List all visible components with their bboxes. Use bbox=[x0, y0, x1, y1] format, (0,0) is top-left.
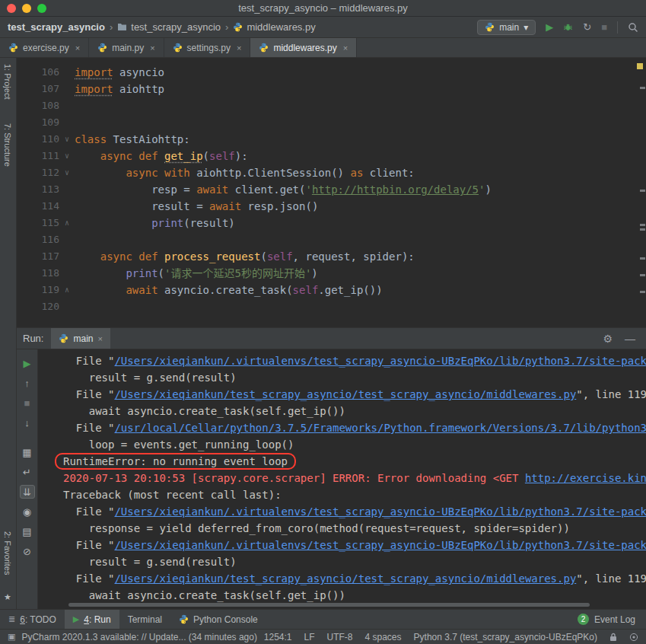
run-tab-main[interactable]: main × bbox=[51, 328, 110, 349]
indent-setting[interactable]: 4 spaces bbox=[365, 632, 402, 642]
horizontal-scrollbar[interactable] bbox=[68, 603, 590, 607]
close-icon[interactable]: × bbox=[237, 43, 241, 53]
code-line[interactable]: 115∧ print(result) bbox=[17, 215, 646, 231]
line-number[interactable]: 118 bbox=[17, 265, 59, 282]
file-status-indicator[interactable] bbox=[637, 63, 643, 69]
code-line[interactable]: 119∧ await asyncio.create_task(self.get_… bbox=[17, 282, 646, 298]
window-menu-icon[interactable]: ▣ bbox=[8, 632, 15, 642]
code-line[interactable]: 109 bbox=[17, 114, 646, 131]
editor-tab-middlewares.py[interactable]: middlewares.py× bbox=[250, 38, 357, 57]
code-line[interactable]: 112∨ async with aiohttp.ClientSession() … bbox=[17, 164, 646, 181]
up-icon[interactable]: ↑ bbox=[20, 376, 35, 390]
close-icon[interactable]: × bbox=[150, 43, 154, 53]
code-line[interactable]: 107import aiohttp bbox=[17, 81, 646, 97]
console-output[interactable]: File "/Users/xieqiankun/.virtualenvs/tes… bbox=[38, 349, 646, 609]
line-number[interactable]: 114 bbox=[17, 198, 59, 215]
zoom-window-button[interactable] bbox=[37, 4, 46, 13]
todo-list-icon: ≣ bbox=[8, 614, 15, 624]
sidebar-item-project[interactable]: 1: Project bbox=[3, 64, 12, 99]
line-number[interactable]: 111 bbox=[17, 148, 59, 164]
toolwindow-terminal[interactable]: Terminal bbox=[119, 610, 170, 629]
line-number[interactable]: 120 bbox=[17, 298, 59, 315]
line-number[interactable]: 106 bbox=[17, 64, 59, 81]
line-number[interactable]: 116 bbox=[17, 231, 59, 248]
code-editor[interactable]: 106import asyncio107import aiohttp108109… bbox=[17, 58, 646, 327]
sidebar-item-favorites[interactable]: 2: Favorites bbox=[3, 531, 12, 575]
stop-icon[interactable]: ■ bbox=[20, 396, 35, 410]
interpreter-selector[interactable]: Python 3.7 (test_scrapy_asyncio-UBzEqPKo… bbox=[414, 632, 597, 642]
line-number[interactable]: 107 bbox=[17, 81, 59, 97]
run-configuration-select[interactable]: main ▾ bbox=[477, 20, 536, 35]
status-message[interactable]: PyCharm 2020.1.3 available: // Update...… bbox=[21, 632, 257, 642]
line-number[interactable]: 119 bbox=[17, 282, 59, 298]
fold-marker-icon[interactable]: ∨ bbox=[59, 148, 75, 164]
coverage-button[interactable]: ↻ bbox=[583, 21, 591, 33]
breadcrumb-item[interactable]: middlewares.py bbox=[233, 21, 315, 33]
toolwindow-todo[interactable]: ≣ 6: TODO bbox=[0, 610, 65, 629]
code-line[interactable]: 113 resp = await client.get('http://http… bbox=[17, 181, 646, 198]
fold-marker-icon[interactable]: ∧ bbox=[59, 215, 75, 231]
line-number[interactable]: 112 bbox=[17, 164, 59, 181]
code-line[interactable]: 114 result = await resp.json() bbox=[17, 198, 646, 215]
line-number[interactable]: 109 bbox=[17, 114, 59, 131]
file-link[interactable]: http://exercise.kingn bbox=[525, 472, 646, 484]
stop-button[interactable]: ■ bbox=[601, 21, 607, 33]
close-icon[interactable]: × bbox=[75, 43, 80, 53]
code-line[interactable]: 118 print('请求一个延迟5秒的网址开始') bbox=[17, 265, 646, 282]
clear-icon[interactable]: ⊘ bbox=[20, 544, 35, 558]
sidebar-item-structure[interactable]: 7: Structure bbox=[3, 123, 12, 167]
file-link[interactable]: /Users/xieqiankun/test_scrapy_asyncio/te… bbox=[114, 388, 576, 400]
close-window-button[interactable] bbox=[7, 4, 16, 13]
toolwindow-run[interactable]: ▶ 4: Run bbox=[65, 610, 119, 629]
code-line[interactable]: 120 bbox=[17, 298, 646, 315]
pin-icon[interactable]: ◉ bbox=[20, 505, 35, 518]
editor-tab-main.py[interactable]: main.py× bbox=[89, 38, 164, 57]
readonly-lock-icon[interactable] bbox=[609, 633, 617, 642]
line-number[interactable]: 110 bbox=[17, 131, 59, 148]
inspections-icon[interactable] bbox=[629, 633, 638, 642]
caret-position[interactable]: 1254:1 bbox=[264, 632, 292, 642]
print-icon[interactable]: ▤ bbox=[20, 524, 35, 538]
settings-gear-icon[interactable]: ⚙ bbox=[603, 333, 613, 345]
fold-marker-icon[interactable]: ∧ bbox=[59, 282, 75, 298]
debug-button[interactable] bbox=[563, 22, 573, 32]
fold-marker-icon[interactable]: ∨ bbox=[59, 164, 75, 181]
minimize-window-button[interactable] bbox=[22, 4, 31, 13]
event-log-area[interactable]: 2 Event Log bbox=[578, 610, 646, 629]
search-icon[interactable] bbox=[628, 22, 638, 33]
file-link[interactable]: /Users/xieqiankun/.virtualenvs/test_scra… bbox=[114, 505, 646, 518]
run-button[interactable]: ▶ bbox=[546, 21, 553, 33]
fold-marker-icon[interactable]: ∨ bbox=[59, 131, 75, 148]
restore-layout-icon[interactable]: ▦ bbox=[20, 445, 35, 459]
file-link[interactable]: /usr/local/Cellar/python/3.7.5/Framework… bbox=[114, 422, 646, 434]
file-link[interactable]: /Users/xieqiankun/test_scrapy_asyncio/te… bbox=[114, 572, 576, 585]
code-line[interactable]: 110∨class TestAiohttp: bbox=[17, 131, 646, 148]
run-tab-label: main bbox=[73, 333, 93, 344]
code-line[interactable]: 111∨ async def get_ip(self): bbox=[17, 148, 646, 164]
file-link[interactable]: /Users/xieqiankun/.virtualenvs/test_scra… bbox=[114, 355, 646, 367]
line-separator[interactable]: LF bbox=[304, 632, 315, 642]
rerun-icon[interactable]: ▶ bbox=[20, 356, 35, 370]
soft-wrap-icon[interactable]: ↵ bbox=[20, 465, 35, 479]
file-encoding[interactable]: UTF-8 bbox=[327, 632, 353, 642]
toolwindow-python-console[interactable]: Python Console bbox=[170, 610, 266, 629]
breadcrumb-separator-icon: › bbox=[110, 21, 113, 33]
editor-tab-exercise.py[interactable]: exercise.py× bbox=[0, 38, 89, 57]
down-icon[interactable]: ↓ bbox=[20, 416, 35, 429]
line-number[interactable]: 108 bbox=[17, 97, 59, 114]
close-icon[interactable]: × bbox=[97, 334, 102, 343]
scroll-end-icon[interactable]: ⇊ bbox=[20, 485, 35, 499]
code-line[interactable]: 117 async def process_request(self, requ… bbox=[17, 248, 646, 265]
breadcrumb-item[interactable]: test_scrapy_asyncio bbox=[8, 21, 105, 33]
line-number[interactable]: 117 bbox=[17, 248, 59, 265]
line-number[interactable]: 113 bbox=[17, 181, 59, 198]
hide-panel-icon[interactable]: — bbox=[625, 333, 635, 345]
file-link[interactable]: /Users/xieqiankun/.virtualenvs/test_scra… bbox=[114, 539, 646, 551]
breadcrumb-item[interactable]: test_scrapy_asyncio bbox=[117, 21, 221, 33]
code-line[interactable]: 108 bbox=[17, 97, 646, 114]
line-number[interactable]: 115 bbox=[17, 215, 59, 231]
code-line[interactable]: 116 bbox=[17, 231, 646, 248]
code-line[interactable]: 106import asyncio bbox=[17, 64, 646, 81]
close-icon[interactable]: × bbox=[343, 43, 348, 53]
editor-tab-settings.py[interactable]: settings.py× bbox=[164, 38, 251, 57]
